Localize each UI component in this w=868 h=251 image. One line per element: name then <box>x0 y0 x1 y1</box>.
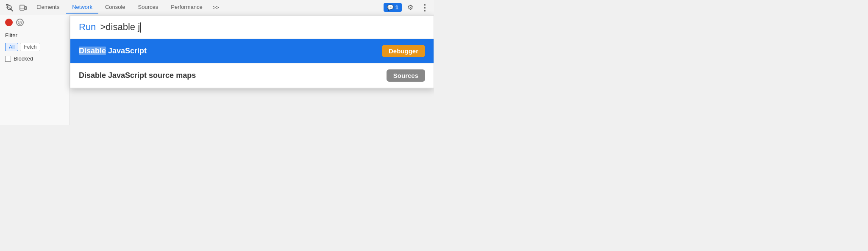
tab-performance[interactable]: Performance <box>165 1 208 14</box>
more-tabs-button[interactable]: >> <box>209 3 223 12</box>
inspect-icon[interactable] <box>3 2 15 14</box>
feedback-badge[interactable]: 💬 1 <box>384 3 402 12</box>
svg-rect-5 <box>25 6 26 10</box>
devtools-toolbar: Elements Network Console Sources Perform… <box>0 0 434 15</box>
svg-rect-0 <box>6 4 8 5</box>
stop-icon: ⊘ <box>17 19 22 26</box>
result-2-match: Disable <box>79 71 106 80</box>
blocked-row: Blocked <box>0 53 70 64</box>
devtools-right-controls: 💬 1 ⚙ ⋮ <box>384 2 431 14</box>
filter-pills: All Fetch <box>0 41 70 53</box>
badge-count: 1 <box>395 4 398 11</box>
svg-rect-4 <box>20 5 24 10</box>
run-label: Run <box>79 22 96 33</box>
record-controls: ⊘ <box>0 15 70 30</box>
result-2-tag: Sources <box>387 69 425 82</box>
main-area: ⊘ Filter All Fetch Blocked Run >disable … <box>0 15 434 125</box>
result-2-label: Disable JavaScript source maps <box>79 71 196 80</box>
feedback-icon: 💬 <box>387 4 394 11</box>
blocked-label: Blocked <box>14 55 33 62</box>
tab-console[interactable]: Console <box>99 1 131 14</box>
command-input-row[interactable]: Run >disable j <box>70 16 434 39</box>
result-1-match: J <box>108 47 112 55</box>
settings-icon[interactable]: ⚙ <box>404 2 416 14</box>
pill-all[interactable]: All <box>5 43 18 51</box>
command-input-text[interactable]: >disable j <box>97 22 425 33</box>
result-1-highlight: Disable <box>79 47 106 55</box>
tab-network[interactable]: Network <box>66 1 98 14</box>
command-result-2[interactable]: Disable JavaScript source maps Sources <box>70 63 434 88</box>
result-2-j-match: J <box>108 71 112 80</box>
command-palette: Run >disable j Disable JavaScript Debugg… <box>70 15 434 88</box>
blocked-checkbox[interactable] <box>5 56 11 62</box>
stop-button[interactable]: ⊘ <box>16 19 24 26</box>
filter-label: Filter <box>0 30 70 41</box>
cursor <box>140 22 141 33</box>
command-result-1[interactable]: Disable JavaScript Debugger <box>70 39 434 63</box>
sidebar: ⊘ Filter All Fetch Blocked <box>0 15 70 125</box>
result-1-label: Disable JavaScript <box>79 47 147 55</box>
devtools-tabs: Elements Network Console Sources Perform… <box>31 1 382 14</box>
tab-elements[interactable]: Elements <box>31 1 65 14</box>
pill-fetch[interactable]: Fetch <box>20 43 40 51</box>
device-icon[interactable] <box>17 2 29 14</box>
tab-sources[interactable]: Sources <box>132 1 164 14</box>
result-1-tag: Debugger <box>382 45 425 57</box>
more-options-icon[interactable]: ⋮ <box>419 2 431 14</box>
record-button[interactable] <box>5 19 13 26</box>
